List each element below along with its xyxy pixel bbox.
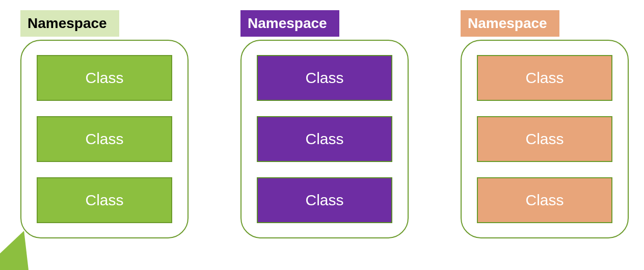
class-box: Class xyxy=(477,177,612,223)
class-box: Class xyxy=(257,177,392,223)
namespace-group-green: Namespace Class Class Class xyxy=(20,10,189,238)
namespace-header: Namespace xyxy=(240,10,339,37)
class-box: Class xyxy=(257,116,392,162)
class-box: Class xyxy=(37,116,172,162)
namespace-diagram: Namespace Class Class Class Namespace Cl… xyxy=(0,0,644,249)
class-box: Class xyxy=(37,55,172,101)
class-box: Class xyxy=(257,55,392,101)
namespace-group-orange: Namespace Class Class Class xyxy=(461,10,629,238)
namespace-header: Namespace xyxy=(20,10,119,37)
class-box: Class xyxy=(477,55,612,101)
namespace-container: Class Class Class xyxy=(20,40,189,238)
namespace-container: Class Class Class xyxy=(461,40,629,238)
class-box: Class xyxy=(477,116,612,162)
namespace-container: Class Class Class xyxy=(240,40,409,238)
namespace-group-purple: Namespace Class Class Class xyxy=(240,10,409,238)
class-box: Class xyxy=(37,177,172,223)
namespace-header: Namespace xyxy=(461,10,559,37)
